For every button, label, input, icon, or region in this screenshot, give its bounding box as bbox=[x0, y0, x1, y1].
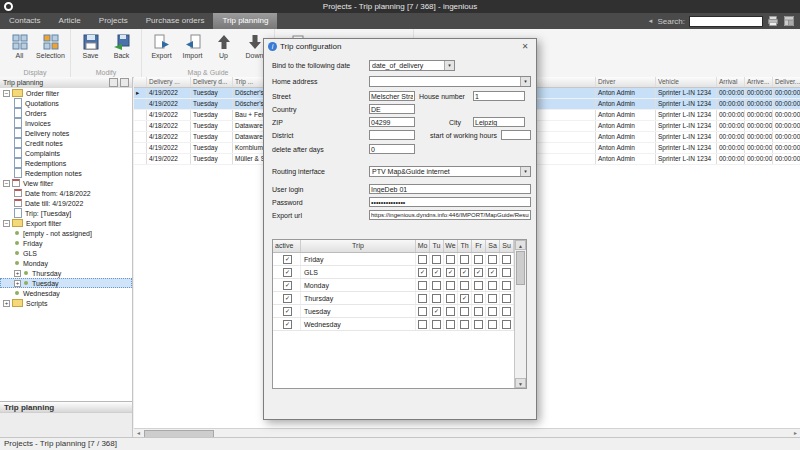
user-login-field[interactable] bbox=[369, 184, 531, 194]
column-header-arrival[interactable]: Arrival bbox=[717, 77, 745, 87]
day-checkbox-we[interactable] bbox=[446, 281, 455, 290]
tree-item-scripts[interactable]: +Scripts bbox=[0, 298, 132, 308]
tree-item-redemptions[interactable]: Redemptions bbox=[0, 158, 132, 168]
day-checkbox-we[interactable]: ✓ bbox=[446, 268, 455, 277]
day-checkbox-mo[interactable] bbox=[418, 255, 427, 264]
day-checkbox-th[interactable] bbox=[460, 281, 469, 290]
day-checkbox-tu[interactable] bbox=[432, 320, 441, 329]
printer-icon[interactable] bbox=[767, 15, 779, 27]
close-icon[interactable]: ✕ bbox=[518, 42, 532, 51]
tree-item-thursday[interactable]: +Thursday bbox=[0, 268, 132, 278]
day-checkbox-fr[interactable] bbox=[474, 294, 483, 303]
city-field[interactable] bbox=[473, 117, 525, 127]
tab-trip-planning[interactable]: Trip planning bbox=[213, 13, 277, 29]
day-checkbox-tu[interactable]: ✓ bbox=[432, 268, 441, 277]
day-checkbox-mo[interactable] bbox=[418, 307, 427, 316]
export-button[interactable]: Export bbox=[146, 31, 177, 59]
street-field[interactable] bbox=[369, 91, 415, 101]
trip-row-monday[interactable]: ✓ Monday bbox=[273, 279, 526, 292]
day-checkbox-we[interactable] bbox=[446, 255, 455, 264]
column-header-arrive[interactable]: Arrive... bbox=[745, 77, 773, 87]
day-checkbox-su[interactable] bbox=[502, 294, 511, 303]
day-checkbox-sa[interactable] bbox=[488, 307, 497, 316]
day-checkbox-su[interactable] bbox=[502, 255, 511, 264]
column-header-delivery-day[interactable]: Delivery d... bbox=[191, 77, 233, 87]
day-checkbox-su[interactable] bbox=[502, 268, 511, 277]
working-hours-field[interactable] bbox=[501, 130, 531, 140]
scroll-down-icon[interactable]: ▼ bbox=[515, 378, 526, 388]
active-checkbox[interactable]: ✓ bbox=[283, 307, 292, 316]
tree-item-monday[interactable]: Monday bbox=[0, 258, 132, 268]
horizontal-scrollbar[interactable]: ◄ ► bbox=[134, 428, 800, 437]
day-checkbox-sa[interactable] bbox=[488, 294, 497, 303]
tree-item-trip-tuesday[interactable]: Trip: [Tuesday] bbox=[0, 208, 132, 218]
day-checkbox-tu[interactable] bbox=[432, 281, 441, 290]
day-checkbox-th[interactable] bbox=[460, 255, 469, 264]
active-checkbox[interactable]: ✓ bbox=[283, 320, 292, 329]
day-checkbox-sa[interactable] bbox=[488, 320, 497, 329]
trip-row-wednesday[interactable]: ✓ Wednesday bbox=[273, 318, 526, 331]
day-checkbox-su[interactable] bbox=[502, 281, 511, 290]
tab-projects[interactable]: Projects bbox=[90, 13, 137, 29]
scrollbar-thumb[interactable] bbox=[516, 251, 525, 285]
delete-after-days-field[interactable] bbox=[369, 144, 415, 154]
tree-item-friday[interactable]: Friday bbox=[0, 238, 132, 248]
collapse-panel-icon[interactable] bbox=[120, 78, 129, 87]
expander-icon[interactable]: − bbox=[3, 220, 10, 227]
tree-item-tuesday[interactable]: +Tuesday bbox=[0, 278, 132, 288]
export-url-field[interactable] bbox=[369, 210, 531, 220]
tree-item-credit-notes[interactable]: Credit notes bbox=[0, 138, 132, 148]
tree-item-orders[interactable]: Orders bbox=[0, 108, 132, 118]
day-checkbox-sa[interactable]: ✓ bbox=[488, 268, 497, 277]
password-field[interactable] bbox=[369, 197, 531, 207]
day-checkbox-th[interactable]: ✓ bbox=[460, 268, 469, 277]
day-checkbox-th[interactable]: ✓ bbox=[460, 294, 469, 303]
tree-item-delivery-notes[interactable]: Delivery notes bbox=[0, 128, 132, 138]
day-checkbox-su[interactable] bbox=[502, 320, 511, 329]
selection-button[interactable]: Selection bbox=[35, 31, 66, 59]
chevron-down-icon[interactable]: ▾ bbox=[520, 167, 530, 176]
active-checkbox[interactable]: ✓ bbox=[283, 294, 292, 303]
expander-icon[interactable]: + bbox=[14, 280, 21, 287]
day-checkbox-mo[interactable] bbox=[418, 294, 427, 303]
tree-item-redemption-notes[interactable]: Redemption notes bbox=[0, 168, 132, 178]
day-checkbox-su[interactable] bbox=[502, 307, 511, 316]
tree-item-quotations[interactable]: Quotations bbox=[0, 98, 132, 108]
day-checkbox-fr[interactable] bbox=[474, 320, 483, 329]
trip-row-friday[interactable]: ✓ Friday bbox=[273, 253, 526, 266]
collapse-search-icon[interactable]: ◄ bbox=[647, 18, 653, 24]
trip-row-tuesday[interactable]: ✓ Tuesday ✓ bbox=[273, 305, 526, 318]
day-checkbox-fr[interactable]: ✓ bbox=[474, 268, 483, 277]
tab-contacts[interactable]: Contacts bbox=[0, 13, 50, 29]
day-checkbox-th[interactable] bbox=[460, 320, 469, 329]
day-checkbox-mo[interactable] bbox=[418, 281, 427, 290]
scroll-left-icon[interactable]: ◄ bbox=[134, 429, 143, 437]
day-checkbox-sa[interactable] bbox=[488, 255, 497, 264]
house-number-field[interactable] bbox=[473, 91, 525, 101]
home-address-select[interactable]: ▾ bbox=[369, 76, 531, 87]
day-checkbox-tu[interactable]: ✓ bbox=[432, 307, 441, 316]
day-checkbox-tu[interactable] bbox=[432, 294, 441, 303]
country-field[interactable] bbox=[369, 104, 415, 114]
dialog-title-bar[interactable]: i Trip configuration ✕ bbox=[264, 39, 536, 54]
active-checkbox[interactable]: ✓ bbox=[283, 255, 292, 264]
pin-icon[interactable] bbox=[109, 78, 118, 87]
day-checkbox-we[interactable] bbox=[446, 320, 455, 329]
expander-icon[interactable]: − bbox=[3, 180, 10, 187]
tree-item-invoices[interactable]: Invoices bbox=[0, 118, 132, 128]
trip-row-gls[interactable]: ✓ GLS ✓ ✓ ✓ ✓ ✓ ✓ bbox=[273, 266, 526, 279]
day-checkbox-fr[interactable] bbox=[474, 255, 483, 264]
trip-row-thursday[interactable]: ✓ Thursday ✓ bbox=[273, 292, 526, 305]
column-header-driver[interactable]: Driver bbox=[596, 77, 656, 87]
day-checkbox-we[interactable] bbox=[446, 294, 455, 303]
tree-item-export-filter[interactable]: −Export filter bbox=[0, 218, 132, 228]
all-button[interactable]: All bbox=[4, 31, 35, 59]
bind-date-select[interactable]: date_of_delivery ▾ bbox=[369, 60, 455, 71]
tree-item-wednesday[interactable]: Wednesday bbox=[0, 288, 132, 298]
import-button[interactable]: Import bbox=[177, 31, 208, 59]
tree-item-date-till[interactable]: Date till: 4/19/2022 bbox=[0, 198, 132, 208]
tab-article[interactable]: Article bbox=[50, 13, 90, 29]
tab-purchase-orders[interactable]: Purchase orders bbox=[137, 13, 214, 29]
tree-item-empty-not-assigned[interactable]: [empty - not assigned] bbox=[0, 228, 132, 238]
column-header-vehicle[interactable]: Vehicle bbox=[656, 77, 717, 87]
